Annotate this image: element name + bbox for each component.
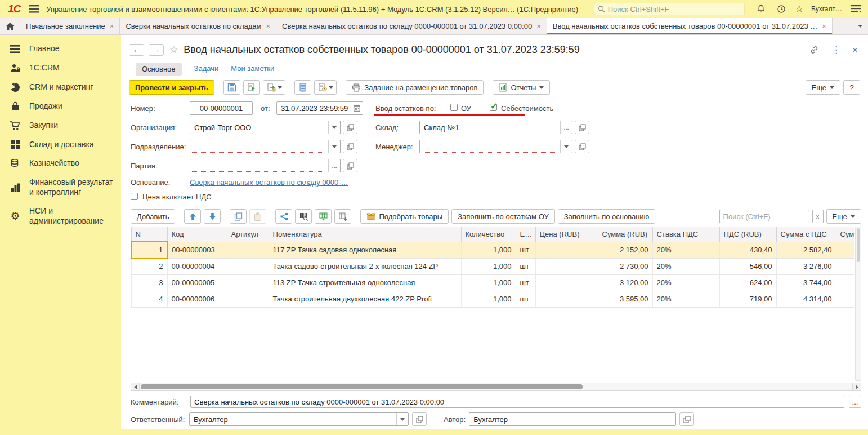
date-field[interactable]: 31.07.2023 23:59:59 — [276, 101, 363, 115]
sidebar-item-nsi-admin[interactable]: ⚙ НСИ и администрирование — [0, 202, 121, 230]
tab-close-icon[interactable]: × — [110, 22, 114, 30]
paste-button[interactable] — [249, 209, 266, 224]
sidebar-item-sales[interactable]: Продажи — [0, 97, 121, 116]
table-header-row[interactable]: N Код Артикул Номенклатура Количество Е…… — [131, 227, 854, 242]
col-price[interactable]: Цена (RUB) — [535, 227, 598, 242]
comment-expand-button[interactable]: ... — [849, 396, 861, 408]
tab-close-icon[interactable]: × — [266, 22, 270, 30]
table-row[interactable]: 1 00-00000003 117 ZP Тачка садовая однок… — [131, 242, 854, 258]
scrollbar-thumb[interactable] — [141, 384, 583, 389]
fill-by-basis-button[interactable]: Заполнить по основанию — [558, 209, 656, 224]
batch-open-button[interactable] — [343, 159, 357, 172]
pick-goods-button[interactable]: Подобрать товары — [360, 209, 449, 224]
responsible-dropdown-button[interactable] — [396, 413, 408, 425]
reports-button[interactable]: Отчеты — [493, 80, 550, 95]
col-vat[interactable]: НДС (RUB) — [719, 227, 776, 242]
sidebar-item-purchases[interactable]: Закупки — [0, 116, 121, 135]
barcode-search-button[interactable] — [295, 209, 312, 224]
comment-input[interactable] — [190, 396, 844, 408]
organization-field[interactable]: Строй-Торг ООО — [190, 121, 341, 134]
responsible-field[interactable]: Бухгалтер — [189, 412, 409, 426]
registers-button[interactable] — [294, 80, 311, 95]
scroll-left-button[interactable] — [131, 383, 140, 391]
forward-button[interactable]: → — [149, 44, 164, 56]
col-qty[interactable]: Количество — [461, 227, 516, 242]
col-article[interactable]: Артикул — [227, 227, 269, 242]
close-document-icon[interactable]: × — [852, 45, 858, 55]
copy-button[interactable] — [230, 209, 247, 224]
current-user[interactable]: Бухгалт… — [811, 5, 842, 13]
department-open-button[interactable] — [343, 140, 357, 153]
nav-tab-notes[interactable]: Мои заметки — [231, 64, 274, 73]
nav-tab-main[interactable]: Основное — [136, 63, 182, 76]
table-row[interactable]: 4 00-00000006 Тачка строительная двухкол… — [131, 291, 854, 307]
tab-close-icon[interactable]: × — [822, 22, 826, 30]
manager-dropdown-button[interactable] — [560, 140, 572, 153]
items-table[interactable]: N Код Артикул Номенклатура Количество Е…… — [131, 227, 854, 308]
move-up-button[interactable] — [184, 209, 201, 224]
help-button[interactable]: ? — [843, 80, 860, 95]
col-code[interactable]: Код — [167, 227, 227, 242]
grid-search-clear-button[interactable]: x — [812, 210, 824, 223]
col-vat-rate[interactable]: Ставка НДС — [652, 227, 719, 242]
vertical-scrollbar-thumb[interactable] — [857, 228, 860, 262]
fill-table-button[interactable] — [315, 209, 332, 224]
main-menu-icon[interactable] — [28, 3, 41, 15]
post-button[interactable] — [243, 80, 260, 95]
document-log-button[interactable] — [314, 80, 337, 95]
more-button[interactable]: Еще — [806, 80, 840, 95]
global-search[interactable] — [594, 3, 745, 15]
manager-field[interactable] — [419, 140, 572, 153]
favorites-button[interactable]: ☆ — [795, 5, 803, 14]
table-row[interactable]: 3 00-00000005 113 ZP Тачка строительная … — [131, 274, 854, 291]
tab-reconciliations-list[interactable]: Сверки начальных остатков по складам × — [120, 18, 276, 34]
add-table-rows-button[interactable] — [334, 209, 351, 224]
sidebar-item-crm-marketing[interactable]: CRM и маркетинг — [0, 78, 121, 97]
warehouse-select-button[interactable]: ... — [560, 121, 572, 134]
tab-initial-filling[interactable]: Начальное заполнение × — [20, 18, 120, 34]
sidebar-item-main[interactable]: Главное — [0, 39, 121, 59]
organization-dropdown-button[interactable] — [328, 121, 340, 134]
table-row[interactable]: 2 00-00000004 Тачка садово-строительная … — [131, 258, 854, 274]
sidebar-item-warehouse[interactable]: Склад и доставка — [0, 135, 121, 154]
post-and-close-button[interactable]: Провести и закрыть — [129, 80, 214, 95]
warehouse-open-button[interactable] — [575, 121, 589, 134]
fill-by-ou-button[interactable]: Заполнить по остаткам ОУ — [451, 209, 555, 224]
grid-more-button[interactable]: Еще — [826, 209, 861, 224]
grid-search-input[interactable] — [723, 212, 806, 221]
department-field[interactable] — [190, 140, 341, 153]
placement-task-button[interactable]: Задание на размещение товаров — [346, 80, 484, 95]
col-n[interactable]: N — [131, 227, 167, 242]
organization-open-button[interactable] — [343, 121, 357, 134]
basis-link[interactable]: Сверка начальных остатков по складу 0000… — [190, 178, 348, 187]
global-search-input[interactable] — [608, 5, 741, 14]
sidebar-item-financial-result[interactable]: Финансовый результат и контроллинг — [0, 173, 121, 202]
price-includes-vat-checkbox[interactable] — [131, 193, 138, 200]
save-button[interactable] — [223, 80, 240, 95]
tab-reconciliation-doc[interactable]: Сверка начальных остатков по складу 0000… — [276, 18, 547, 34]
number-field[interactable]: 00-00000001 — [190, 101, 253, 115]
more-actions-kebab-icon[interactable]: ⋮ — [831, 45, 841, 55]
batch-select-button[interactable]: ... — [328, 159, 340, 172]
col-total[interactable]: Сумма с НДС — [776, 227, 836, 242]
move-down-button[interactable] — [204, 209, 221, 224]
col-unit[interactable]: Е… — [516, 227, 535, 242]
author-field[interactable]: Бухгалтер — [469, 412, 676, 426]
tab-list-dropdown[interactable] — [852, 18, 868, 34]
get-link-button[interactable] — [808, 43, 820, 56]
sidebar-item-treasury[interactable]: Казначейство — [0, 154, 121, 173]
create-based-on-button[interactable] — [263, 80, 285, 95]
add-row-button[interactable]: Добавить — [131, 209, 175, 224]
calendar-button[interactable] — [351, 102, 363, 114]
department-dropdown-button[interactable] — [328, 140, 340, 153]
horizontal-scrollbar[interactable] — [131, 383, 861, 391]
scrollbar-track[interactable] — [140, 383, 852, 391]
structure-button[interactable] — [275, 209, 292, 224]
author-open-button[interactable] — [679, 412, 694, 426]
vertical-scrollbar[interactable] — [855, 227, 861, 381]
history-button[interactable] — [775, 3, 788, 15]
col-nomenclature[interactable]: Номенклатура — [269, 227, 461, 242]
cost-checkbox[interactable]: ✓ — [490, 104, 497, 111]
responsible-open-button[interactable] — [412, 412, 427, 426]
service-menu-button[interactable] — [850, 3, 862, 15]
